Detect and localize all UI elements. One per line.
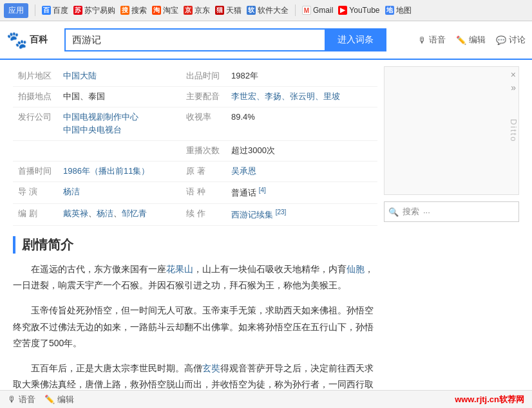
baidu-icon: 百 [42, 6, 51, 15]
taobao-icon: 淘 [152, 6, 161, 15]
search-site-icon: 搜 [120, 6, 129, 15]
value-bianju: 戴英禄、杨洁、邹忆青 [58, 203, 181, 225]
toolbar-label-search: 搜索 [131, 5, 147, 16]
apps-button[interactable]: 应用 [4, 3, 28, 18]
baidu-paw-icon: 🐾 [6, 30, 27, 50]
section-heading-jqjj: 剧情简介 [13, 236, 377, 254]
bottom-mic-icon: 🎙 [8, 394, 16, 404]
value-yuzhong: 普通话 [4] [226, 181, 377, 203]
info-table: 制片地区 中国大陆 出品时间 1982年 拍摄地点 中国、泰国 主要配音 李世宏… [13, 66, 377, 226]
search-bar: 进入词条 [64, 28, 386, 51]
toolbar-item-jd[interactable]: 京 京东 [184, 5, 210, 16]
value-faxing: 中国电视剧制作中心 中国中央电视台 [58, 107, 181, 141]
content-para-1: 在遥远的古代，东方傲来国有一座花果山，山上有一块仙石吸收天地精华，内育仙胞，一日… [13, 261, 377, 293]
label-shoushi: 收视率 [181, 107, 226, 141]
label-daoyan: 导 演 [13, 181, 58, 203]
edit-label: 编辑 [469, 34, 486, 46]
bottom-voice-action[interactable]: 🎙 语音 [8, 394, 35, 405]
microphone-icon: 🎙 [418, 35, 426, 45]
article-area: 制片地区 中国大陆 出品时间 1982年 拍摄地点 中国、泰国 主要配音 李世宏… [13, 66, 377, 408]
gmail-icon: M [302, 6, 311, 15]
suning-icon: 苏 [73, 6, 82, 15]
table-row: 拍摄地点 中国、泰国 主要配音 李世宏、李扬、张云明、里坡 [13, 86, 377, 107]
link-faxing2[interactable]: 中国中央电视台 [63, 125, 122, 134]
link-yuanzhu[interactable]: 吴承恩 [231, 166, 256, 176]
link-xuanzang[interactable]: 玄奘 [202, 363, 220, 373]
right-sidebar: × » Ditto 🔍 搜索 ··· [384, 66, 519, 408]
toolbar-item-youtube[interactable]: ▶ YouTube [338, 6, 379, 15]
toolbar-item-map[interactable]: 地 地图 [385, 5, 412, 16]
bottom-voice-label: 语音 [19, 394, 35, 405]
search-icon: 🔍 [388, 207, 399, 217]
close-icon[interactable]: × [511, 70, 516, 80]
baidu-header: 🐾 百科 进入词条 🎙 语音 ✏️ 编辑 💬 讨论 [0, 21, 532, 60]
link-xuzuo[interactable]: 西游记续集 [231, 210, 273, 219]
value-xuzuo: 西游记续集 [23] [226, 203, 377, 225]
toolbar-item-software[interactable]: 软 软件大全 [247, 5, 289, 16]
label-faxing: 发行公司 [13, 107, 58, 141]
label-chongbocount: 重播次数 [181, 141, 226, 162]
value-chongbocount: 超过3000次 [226, 141, 377, 162]
label-peiyIn: 主要配音 [181, 86, 226, 107]
table-row: 编 剧 戴英禄、杨洁、邹忆青 续 作 西游记续集 [23] [13, 203, 377, 225]
link-peiyin[interactable]: 李世宏、李扬、张云明、里坡 [231, 91, 340, 101]
value-daoyan: 杨洁 [58, 181, 181, 203]
discuss-label: 讨论 [509, 34, 526, 46]
toolbar-label-baidu: 百度 [53, 5, 68, 16]
table-row: 首播时间 1986年（播出前11集） 原 著 吴承恩 [13, 161, 377, 181]
search-button[interactable]: 进入词条 [325, 28, 386, 51]
value-shouboptime: 1986年（播出前11集） [58, 161, 181, 181]
value-peiyin: 李世宏、李扬、张云明、里坡 [226, 86, 377, 107]
link-zhipian[interactable]: 中国大陆 [63, 71, 97, 80]
map-icon: 地 [385, 6, 394, 15]
discuss-action[interactable]: 💬 讨论 [496, 34, 526, 46]
toolbar-label-suning: 苏宁易购 [84, 5, 115, 16]
link-shouboptime[interactable]: 1986年（播出前11集） [63, 166, 149, 176]
toolbar-item-suning[interactable]: 苏 苏宁易购 [73, 5, 115, 16]
label-zhipian: 制片地区 [13, 66, 58, 86]
sidebar-ad: × » Ditto [384, 66, 519, 195]
link-bianju3[interactable]: 邹忆青 [122, 209, 147, 218]
link-faxing1[interactable]: 中国电视剧制作中心 [63, 112, 138, 122]
expand-icon[interactable]: » [511, 82, 516, 93]
toolbar-item-tianmao[interactable]: 猫 天猫 [215, 5, 242, 16]
toolbar-item-gmail[interactable]: M Gmail [302, 6, 333, 15]
pencil-icon: ✏️ [456, 35, 466, 45]
main-content: 制片地区 中国大陆 出品时间 1982年 拍摄地点 中国、泰国 主要配音 李世宏… [0, 60, 532, 408]
toolbar-label-taobao: 淘宝 [163, 5, 178, 16]
header-actions: 🎙 语音 ✏️ 编辑 💬 讨论 [418, 34, 526, 46]
label-yuanzhu: 原 著 [181, 161, 226, 181]
voice-action[interactable]: 🎙 语音 [418, 34, 446, 46]
search-label: 搜索 [403, 206, 419, 218]
dots-icon: ··· [423, 207, 430, 217]
label-chongbo [13, 141, 58, 162]
toolbar-label-map: 地图 [396, 5, 412, 16]
bottom-edit-action[interactable]: ✏️ 编辑 [44, 394, 74, 405]
link-huaguoshan[interactable]: 花果山 [166, 264, 193, 274]
toolbar-item-search[interactable]: 搜 搜索 [120, 5, 147, 16]
tianmao-icon: 猫 [215, 6, 224, 15]
jd-icon: 京 [184, 6, 193, 15]
label-yuzhong: 语 种 [181, 181, 226, 203]
label-shouboptime: 首播时间 [13, 161, 58, 181]
toolbar-item-taobao[interactable]: 淘 淘宝 [152, 5, 178, 16]
toolbar-separator-2 [295, 5, 296, 16]
link-xianpao[interactable]: 仙胞 [347, 264, 365, 274]
voice-label: 语音 [429, 34, 446, 46]
toolbar-label-software: 软件大全 [258, 5, 289, 16]
edit-action[interactable]: ✏️ 编辑 [456, 34, 486, 46]
bottom-bar: 🎙 语音 ✏️ 编辑 www.rjtj.cn软荐网 [0, 390, 532, 408]
value-paishe: 中国、泰国 [58, 86, 181, 107]
link-daoyan[interactable]: 杨洁 [63, 187, 80, 196]
label-xuZuo: 续 作 [181, 203, 226, 225]
value-chupintime: 1982年 [226, 66, 377, 86]
link-bianju2[interactable]: 杨洁 [97, 209, 113, 218]
toolbar-item-baidu[interactable]: 百 百度 [42, 5, 68, 16]
table-row: 重播次数 超过3000次 [13, 141, 377, 162]
baidu-baike-label: 百科 [30, 34, 48, 46]
search-input[interactable] [64, 28, 325, 51]
toolbar-label-youtube: YouTube [349, 6, 379, 15]
table-row: 制片地区 中国大陆 出品时间 1982年 [13, 66, 377, 86]
link-bianju1[interactable]: 戴英禄 [63, 209, 88, 218]
sidebar-search-box[interactable]: 🔍 搜索 ··· [384, 201, 519, 222]
